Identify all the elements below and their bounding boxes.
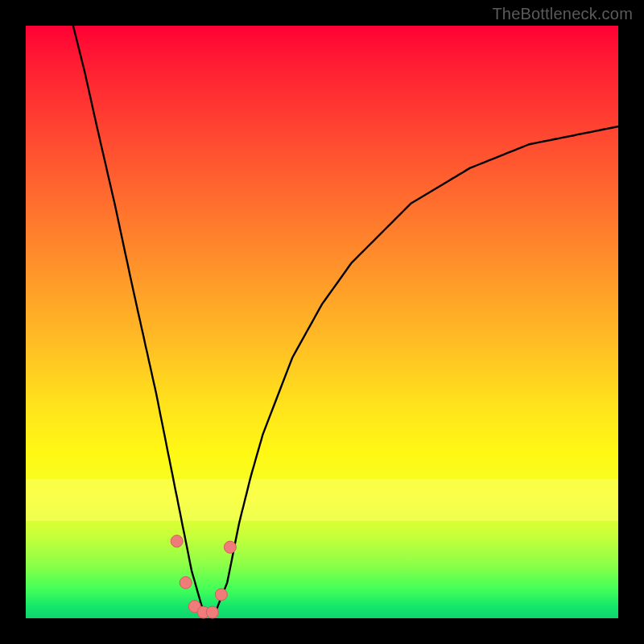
marker-group bbox=[171, 535, 236, 618]
marker-dot bbox=[180, 576, 192, 588]
bottleneck-curve bbox=[73, 26, 618, 613]
watermark-text: TheBottleneck.com bbox=[492, 5, 633, 23]
marker-dot bbox=[171, 535, 183, 547]
curve-layer bbox=[26, 26, 618, 618]
marker-dot bbox=[215, 588, 227, 601]
marker-dot bbox=[224, 541, 236, 553]
plot-area bbox=[26, 26, 618, 618]
marker-dot bbox=[206, 606, 218, 618]
chart-frame: TheBottleneck.com bbox=[0, 0, 644, 644]
